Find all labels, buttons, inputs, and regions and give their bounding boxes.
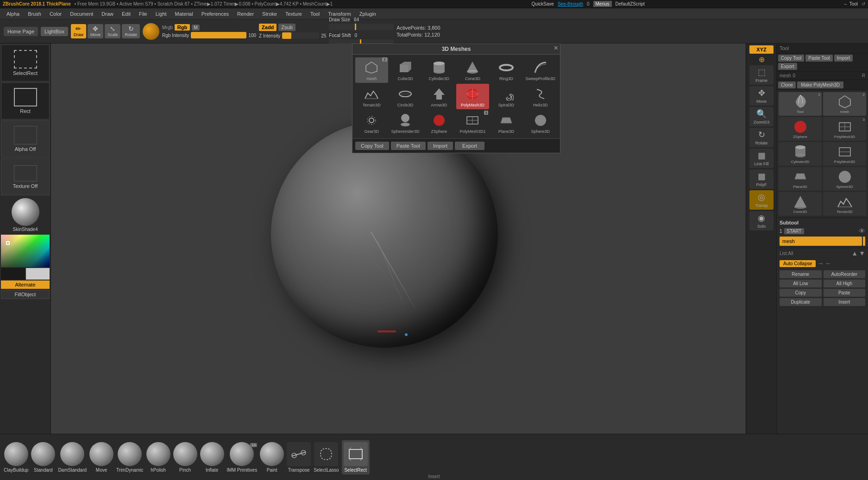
make-polymesh-btn[interactable]: Make PolyMesh3D: [797, 81, 843, 88]
zadd-btn[interactable]: Zadd: [259, 24, 277, 31]
import-btn[interactable]: Import: [834, 55, 853, 62]
transp-btn[interactable]: ◎ Transp: [749, 190, 774, 210]
linefill-btn[interactable]: ▦ Line Fill: [749, 149, 774, 168]
default-script[interactable]: DefaultZScript: [616, 1, 645, 6]
m-btn[interactable]: M: [192, 25, 199, 31]
tool-item-zsphere[interactable]: ZSphere: [779, 117, 822, 141]
tool-item-tool[interactable]: Tool 2: [779, 92, 822, 116]
menu-draw[interactable]: Draw: [98, 10, 117, 18]
brush-paint[interactable]: Paint: [260, 442, 284, 473]
tool-item-terrain[interactable]: Terrain3D: [823, 192, 866, 216]
move-btn[interactable]: ✥ Move: [88, 24, 103, 38]
tool-item-sphere[interactable]: Sphere3D: [823, 167, 866, 191]
fill-object-btn[interactable]: FillObject: [1, 290, 50, 299]
mesh-item-spiral[interactable]: Spiral3D: [490, 84, 523, 109]
auto-collapse-btn[interactable]: Auto Collapse: [780, 260, 816, 267]
menu-file[interactable]: File: [135, 10, 151, 18]
subtool-item[interactable]: mesh: [780, 237, 862, 246]
material-sphere[interactable]: [12, 198, 39, 226]
tool-item-mesh[interactable]: mesh 2: [823, 92, 866, 116]
mesh-item-polymesh[interactable]: PolyMesh3D: [456, 84, 489, 109]
tool-item-plane[interactable]: Plane3D: [779, 167, 822, 191]
mesh-item-helix[interactable]: Helix3D: [523, 84, 557, 109]
alpha-off-btn[interactable]: Alpha Off: [1, 120, 50, 157]
rgb-intensity-slider[interactable]: [191, 32, 246, 38]
collapse-arrow-left[interactable]: ←: [825, 260, 831, 267]
copy-tool-btn[interactable]: Copy Tool: [778, 55, 804, 62]
paste-tool-popup-btn[interactable]: Paste Tool: [391, 142, 426, 150]
brush-selectrect[interactable]: SelectRect: [342, 440, 370, 474]
export-btn[interactable]: Export: [778, 63, 797, 70]
tool-item-polymesh2[interactable]: PolyMesh3D: [823, 142, 866, 166]
start-btn[interactable]: START: [784, 228, 805, 234]
mesh-item-zsphere[interactable]: ZSphere: [422, 110, 455, 136]
rename-btn[interactable]: Rename: [780, 270, 822, 278]
mesh-item-cylinder[interactable]: Cylinder3D: [422, 57, 455, 83]
texture-off-btn[interactable]: Texture Off: [1, 158, 50, 195]
quicksave-btn[interactable]: QuickSave: [532, 1, 554, 6]
all-high-btn[interactable]: All High: [824, 280, 866, 287]
mesh-item-sphere3d[interactable]: Sphere3D: [523, 110, 557, 136]
mesh-item-polymesh1[interactable]: PolyMesh3D1 3: [456, 110, 489, 136]
mesh-item-sphereinder[interactable]: SphereInder3D: [389, 110, 422, 136]
zoomd3-btn[interactable]: 🔍 ZoomD3: [749, 107, 774, 126]
brush-damstandard[interactable]: DamStandard: [58, 442, 87, 473]
home-page-btn[interactable]: Home Page: [4, 27, 38, 36]
menu-zplugin[interactable]: Zplugin: [356, 10, 380, 18]
brush-move[interactable]: Move: [89, 442, 113, 473]
menu-brush[interactable]: Brush: [24, 10, 45, 18]
mesh-item-terrain[interactable]: Terrain3D: [355, 84, 388, 109]
rgb-btn[interactable]: Rgb: [175, 24, 190, 31]
mesh-item-cube[interactable]: Cube3D: [389, 57, 422, 83]
mesh-item-gear[interactable]: Gear3D: [355, 110, 388, 136]
light-swatch[interactable]: [26, 268, 50, 280]
menu-edit[interactable]: Edit: [118, 10, 134, 18]
import-popup-btn[interactable]: Import: [428, 142, 453, 150]
brush-transpose[interactable]: Transpose: [287, 442, 311, 473]
mesh-item-circle[interactable]: Circle3D: [389, 84, 422, 109]
brush-selectlasso[interactable]: SelectLasso: [314, 442, 339, 473]
dark-swatch[interactable]: [1, 268, 25, 280]
menu-color[interactable]: Color: [46, 10, 65, 18]
arrow-down-icon[interactable]: ▼: [859, 249, 865, 257]
polyf-btn[interactable]: ▦ PolyF: [749, 169, 774, 189]
all-low-btn[interactable]: All Low: [780, 280, 822, 287]
export-popup-btn[interactable]: Export: [455, 142, 484, 150]
mesh-item-sweep[interactable]: SweepProfile3D: [523, 57, 557, 83]
paste-btn[interactable]: Paste: [824, 289, 866, 297]
menu-preferences[interactable]: Preferences: [198, 10, 233, 18]
local-axis-icon[interactable]: ⊕: [759, 55, 765, 64]
rect-btn[interactable]: Rect: [1, 82, 50, 119]
tool-item-cylinder[interactable]: Cylinder3D: [779, 142, 822, 166]
rotate-btn[interactable]: ↻ Rotate: [122, 24, 140, 38]
see-through-btn[interactable]: See-through: [558, 1, 583, 6]
rotate-transform-btn[interactable]: ↻ Rotate: [749, 128, 774, 147]
mesh-item-arrow[interactable]: Arrow3D: [422, 84, 455, 109]
z-intensity-slider[interactable]: [282, 32, 319, 39]
subtool-eye-icon[interactable]: 👁: [859, 227, 865, 235]
brush-hpolish[interactable]: hPolish: [146, 442, 170, 473]
brush-imm[interactable]: IMM Primitives 14: [227, 442, 258, 473]
arrow-up-icon[interactable]: ▲: [851, 249, 858, 257]
tool-item-cone[interactable]: Cone3D: [779, 192, 822, 216]
scale-btn[interactable]: ⤡ Scale: [105, 24, 121, 38]
active-color-sphere[interactable]: [143, 23, 159, 40]
zsub-btn[interactable]: Zsub: [278, 24, 295, 31]
brush-standard[interactable]: Standard: [31, 442, 55, 473]
auto-reorder-btn[interactable]: AutoReorder: [824, 270, 866, 278]
move-transform-btn[interactable]: ✥ Move: [749, 86, 774, 106]
alternate-btn[interactable]: Alternate: [1, 281, 50, 289]
solo-btn[interactable]: ◉ Solo: [749, 211, 774, 231]
mesh-item-ring[interactable]: Ring3D: [490, 57, 523, 83]
copy-btn[interactable]: Copy: [780, 289, 822, 297]
mesh-item-cone[interactable]: Cone3D: [456, 57, 489, 83]
menu-transform[interactable]: Transform: [324, 10, 355, 18]
mesh-item-plane[interactable]: Plane3D: [490, 110, 523, 136]
brush-inflate[interactable]: Inflate: [200, 442, 224, 473]
menu-alpha[interactable]: Alpha: [3, 10, 23, 18]
xyz-btn[interactable]: XYZ: [749, 45, 774, 54]
brush-trimdynamic[interactable]: TrimDynamic: [116, 442, 144, 473]
draw-btn[interactable]: ✏ Draw: [71, 24, 86, 38]
menu-tool[interactable]: Tool: [307, 10, 323, 18]
menu-render[interactable]: Render: [233, 10, 258, 18]
